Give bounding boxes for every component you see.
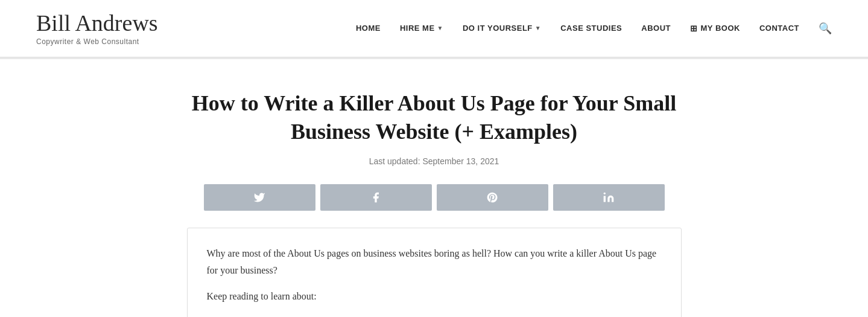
list-item: 5 most common About Us page mistakes (an…	[219, 314, 662, 317]
linkedin-icon	[603, 191, 615, 203]
book-icon: ⊞	[690, 24, 698, 33]
logo-name[interactable]: Bill Andrews	[36, 11, 158, 36]
nav-contact[interactable]: CONTACT	[759, 24, 799, 33]
nav-do-it-yourself[interactable]: DO IT YOURSELF ▼	[463, 24, 541, 33]
nav-my-book[interactable]: ⊞ MY BOOK	[690, 24, 740, 33]
share-facebook-button[interactable]	[320, 184, 432, 211]
logo-tagline: Copywriter & Web Consultant	[36, 37, 158, 46]
article-title: How to Write a Killer About Us Page for …	[187, 89, 682, 146]
nav-about[interactable]: ABOUT	[641, 24, 671, 33]
nav-case-studies[interactable]: CASE STUDIES	[560, 24, 622, 33]
nav-hire-me[interactable]: HIRE ME ▼	[400, 24, 443, 33]
pinterest-icon	[486, 191, 498, 203]
share-linkedin-button[interactable]	[553, 184, 665, 211]
logo-area[interactable]: Bill Andrews Copywriter & Web Consultant	[36, 11, 158, 46]
content-list: 5 most common About Us page mistakes (an…	[219, 314, 662, 317]
main-content: How to Write a Killer About Us Page for …	[175, 59, 694, 317]
content-intro: Why are most of the About Us pages on bu…	[207, 245, 662, 278]
share-buttons	[187, 184, 682, 211]
chevron-down-icon: ▼	[437, 25, 443, 31]
facebook-icon	[370, 191, 382, 203]
nav-home[interactable]: HOME	[356, 24, 381, 33]
content-keep-reading: Keep reading to learn about:	[207, 288, 662, 304]
share-twitter-button[interactable]	[204, 184, 315, 211]
chevron-down-icon: ▼	[535, 25, 541, 31]
content-box: Why are most of the About Us pages on bu…	[187, 228, 682, 317]
article-date: Last updated: September 13, 2021	[187, 156, 682, 166]
share-pinterest-button[interactable]	[437, 184, 548, 211]
search-icon[interactable]: 🔍	[819, 22, 832, 35]
main-nav: HOME HIRE ME ▼ DO IT YOURSELF ▼ CASE STU…	[356, 22, 832, 35]
twitter-icon	[253, 191, 265, 203]
svg-point-0	[604, 193, 606, 194]
site-header: Bill Andrews Copywriter & Web Consultant…	[0, 0, 868, 57]
